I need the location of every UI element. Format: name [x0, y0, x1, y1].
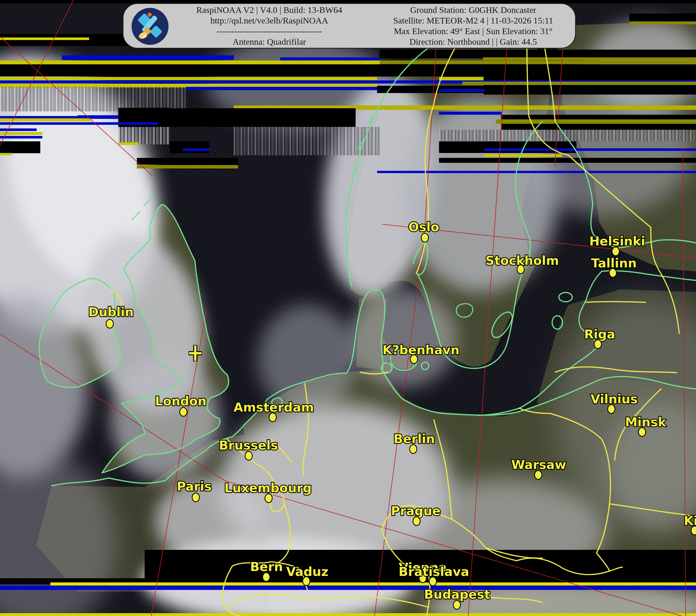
- city-label: Prague: [391, 504, 441, 518]
- city-label: Oslo: [409, 220, 439, 234]
- city-label: Paris: [177, 479, 212, 494]
- city-dot: [691, 526, 696, 535]
- city-label: Bern: [250, 559, 283, 574]
- raspinoaa-satellite-logo-icon: [131, 7, 169, 45]
- header-url: http://qsl.net/ve3elb/RaspiNOAA: [167, 15, 371, 26]
- city-dot: [429, 577, 437, 586]
- city-dot: [180, 407, 187, 416]
- header-right-column: Ground Station: G0GHK Doncaster Satellit…: [371, 5, 575, 47]
- city-label: Kie: [684, 513, 696, 528]
- city-label: London: [155, 394, 206, 408]
- city-label: Luxembourg: [224, 481, 312, 495]
- city-dot: [265, 494, 272, 503]
- header-antenna: Antenna: Quadrifilar: [167, 36, 371, 47]
- city-dot: [535, 471, 542, 479]
- info-header-box: RaspiNOAA V2 | V4.0 | Build: 13-BW64 htt…: [123, 3, 576, 49]
- city-dot: [609, 268, 616, 277]
- header-left-column: RaspiNOAA V2 | V4.0 | Build: 13-BW64 htt…: [167, 5, 371, 47]
- city-label: Budapest: [424, 587, 490, 602]
- city-dot: [453, 600, 460, 609]
- country-borders: [111, 26, 696, 616]
- city-dot: [269, 413, 276, 422]
- city-label: Tallinn: [591, 256, 637, 270]
- header-ground-station: Ground Station: G0GHK Doncaster: [371, 5, 575, 15]
- city-label: Dublin: [88, 305, 133, 319]
- city-label: Amsterdam: [234, 400, 314, 414]
- city-dot: [594, 340, 601, 349]
- city-label: Helsinki: [589, 234, 645, 248]
- city-dot: [638, 428, 646, 436]
- city-dot: [410, 445, 417, 453]
- city-label: Vilnius: [591, 392, 638, 406]
- city-dot: [612, 247, 619, 256]
- city-dot: [245, 451, 252, 460]
- city-dot: [192, 493, 200, 502]
- city-dot: [421, 233, 428, 242]
- header-divider: ------------------------------------: [167, 26, 371, 36]
- city-label: Riga: [584, 327, 615, 341]
- city-label: Warsaw: [511, 457, 566, 472]
- map-overlay-layer: DublinLondonAmsterdamBrusselsParisLuxemb…: [0, 0, 696, 616]
- city-label: Brussels: [219, 438, 278, 452]
- header-direction-gain: Direction: Northbound | | Gain: 44.5: [371, 36, 575, 47]
- city-label: Berlin: [394, 432, 435, 446]
- header-app-version: RaspiNOAA V2 | V4.0 | Build: 13-BW64: [167, 5, 371, 15]
- city-label: Minsk: [625, 415, 667, 429]
- header-satellite-pass: Satellite: METEOR-M2 4 | 11-03-2026 15:1…: [371, 15, 575, 26]
- city-dot: [413, 517, 420, 526]
- city-dot: [517, 265, 524, 274]
- city-dot: [608, 405, 615, 413]
- city-label: K?benhavn: [382, 343, 459, 357]
- city-dot: [106, 319, 113, 328]
- city-dot: [410, 355, 417, 364]
- satellite-image-stage: DublinLondonAmsterdamBrusselsParisLuxemb…: [0, 0, 696, 616]
- city-dot: [303, 577, 310, 586]
- header-elevation: Max Elevation: 49° East | Sun Elevation:…: [371, 26, 575, 36]
- city-dot: [263, 573, 270, 581]
- city-label: Bratislava: [398, 564, 469, 579]
